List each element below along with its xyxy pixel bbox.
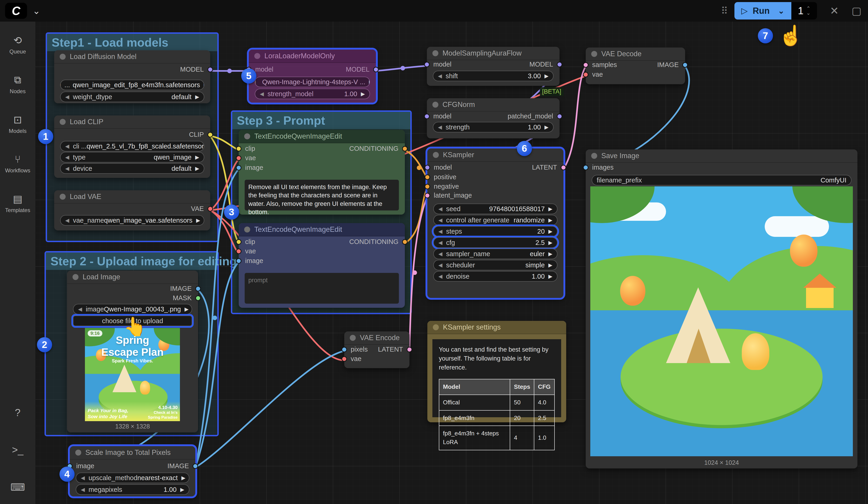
output-port-vae[interactable]: VAE	[191, 205, 213, 213]
node-load-clip[interactable]: Load CLIP CLIP cli ...qwen_2.5_vl_7b_fp8…	[54, 115, 210, 178]
decrement-icon[interactable]: ⌄	[806, 11, 810, 16]
help-icon[interactable]: ?	[15, 407, 20, 419]
input-port-clip[interactable]: clip	[236, 238, 255, 246]
latent-port-dot[interactable]	[561, 165, 566, 170]
run-options-chevron-icon[interactable]: ⌄	[778, 6, 784, 16]
control-after-generate-widget[interactable]: control after generaterandomize	[433, 215, 557, 225]
sidebar-item-templates[interactable]: ▤ Templates	[5, 193, 30, 214]
input-port-positive[interactable]: positive	[425, 173, 456, 181]
latent-port-dot[interactable]	[425, 193, 430, 198]
maximize-icon[interactable]: ▢	[852, 4, 861, 17]
denoise-widget[interactable]: denoise1.00	[433, 271, 557, 281]
node-lora-loader-model-only[interactable]: LoraLoaderModelOnly model MODEL Qwen-Ima…	[249, 50, 376, 103]
output-port-model[interactable]: MODEL	[346, 66, 379, 73]
upscale-method-widget[interactable]: upscale_methodnearest-exact	[76, 473, 189, 483]
model-port-dot[interactable]	[424, 114, 430, 119]
node-text-encode-positive[interactable]: TextEncodeQwenImageEdit clip vae image C…	[239, 130, 405, 215]
node-ksampler-settings-note[interactable]: KSampler settings You can test and find …	[427, 321, 566, 422]
output-port-conditioning[interactable]: CONDITIONING	[349, 238, 407, 246]
conditioning-port-dot[interactable]	[402, 146, 407, 152]
image-file-widget[interactable]: imageQwen-Image_00043_.png	[73, 304, 192, 315]
sidebar-item-workflows[interactable]: ⑂ Workflows	[5, 154, 30, 174]
output-port-image[interactable]: IMAGE	[167, 462, 198, 470]
vae-port-dot[interactable]	[583, 72, 588, 78]
vae-port-dot[interactable]	[207, 206, 213, 212]
output-port-latent[interactable]: LATENT	[378, 346, 412, 353]
node-cfg-norm[interactable]: CFGNorm model patched_model strength1.00	[427, 98, 559, 138]
mask-port-dot[interactable]	[195, 295, 201, 301]
clip-device-widget[interactable]: devicedefault	[60, 163, 204, 174]
sidebar-item-queue[interactable]: ⟲ Queue	[9, 34, 26, 55]
model-port-dot[interactable]	[373, 67, 379, 72]
conditioning-port-dot[interactable]	[425, 184, 430, 189]
clip-port-dot[interactable]	[236, 239, 241, 245]
input-port-negative[interactable]: negative	[425, 183, 459, 190]
sidebar-item-models[interactable]: ⊡ Models	[9, 114, 27, 134]
clip-port-dot[interactable]	[236, 146, 241, 152]
scheduler-widget[interactable]: schedulersimple	[433, 260, 557, 270]
conditioning-port-dot[interactable]	[425, 174, 430, 180]
comfyui-logo[interactable]: C	[5, 3, 27, 19]
output-port-clip[interactable]: CLIP	[189, 131, 213, 138]
model-port-dot[interactable]	[425, 165, 430, 170]
node-model-sampling-aura-flow[interactable]: ModelSamplingAuraFlow model MODEL shift3…	[427, 47, 559, 86]
input-port-vae[interactable]: vae	[583, 71, 603, 78]
strength-widget[interactable]: strength1.00	[433, 122, 554, 132]
node-save-image[interactable]: Save Image images filename_prefixComfyUI…	[586, 150, 857, 469]
output-port-patched-model[interactable]: patched_model	[508, 112, 562, 120]
strength-model-widget[interactable]: strength_model1.00	[255, 89, 370, 99]
sampler-name-widget[interactable]: sampler_nameeuler	[433, 249, 557, 259]
input-port-model[interactable]: model	[425, 164, 452, 171]
model-port-dot[interactable]	[557, 62, 562, 67]
shift-widget[interactable]: shift3.00	[433, 71, 554, 81]
image-port-dot[interactable]	[193, 463, 198, 469]
input-port-image[interactable]: image	[236, 164, 263, 172]
close-icon[interactable]: ✕	[830, 4, 839, 17]
output-port-mask[interactable]: MASK	[173, 294, 201, 302]
output-port-model[interactable]: MODEL	[529, 61, 562, 68]
image-port-dot[interactable]	[236, 165, 241, 171]
clip-name-widget[interactable]: cli ...qwen_2.5_vl_7b_fp8_scaled.safeten…	[60, 141, 204, 152]
input-port-vae[interactable]: vae	[236, 247, 256, 255]
model-port-dot[interactable]	[424, 62, 430, 67]
prompt-input[interactable]: prompt	[245, 273, 399, 304]
drag-handle-icon[interactable]: ⠿	[721, 5, 728, 17]
node-text-encode-negative[interactable]: TextEncodeQwenImageEdit clip vae image C…	[239, 223, 405, 308]
vae-port-dot[interactable]	[236, 249, 241, 254]
output-port-conditioning[interactable]: CONDITIONING	[349, 145, 407, 152]
output-port-model[interactable]: MODEL	[180, 66, 213, 73]
weight-dtype-widget[interactable]: weight_dtypedefault	[60, 92, 204, 102]
megapixels-widget[interactable]: megapixels1.00	[76, 484, 189, 495]
batch-count-stepper[interactable]: 1 ⌃ ⌄	[791, 2, 817, 20]
keyboard-shortcuts-icon[interactable]: ⌨	[10, 481, 25, 493]
run-button[interactable]: ▷ Run ⌄	[734, 2, 791, 20]
image-port-dot[interactable]	[236, 258, 241, 264]
image-port-dot[interactable]	[195, 286, 201, 291]
vae-port-dot[interactable]	[236, 155, 241, 161]
output-port-image[interactable]: IMAGE	[170, 285, 201, 292]
sidebar-item-nodes[interactable]: ⧉ Nodes	[10, 74, 25, 94]
input-port-vae[interactable]: vae	[236, 154, 256, 162]
latent-port-dot[interactable]	[583, 62, 588, 68]
output-port-latent[interactable]: LATENT	[532, 164, 566, 171]
seed-widget[interactable]: seed976480016588017	[433, 204, 557, 214]
input-port-model[interactable]: model	[424, 61, 452, 68]
node-ksampler[interactable]: KSampler model positive negative latent_…	[427, 148, 564, 298]
node-scale-image-to-total-pixels[interactable]: Scale Image to Total Pixels image IMAGE …	[70, 446, 195, 496]
node-load-diffusion-model[interactable]: Load Diffusion Model MODEL ...qwen_image…	[54, 50, 210, 103]
clip-type-widget[interactable]: typeqwen_image	[60, 152, 204, 163]
image-port-dot[interactable]	[583, 165, 588, 170]
node-vae-decode[interactable]: VAE Decode samples vae IMAGE	[586, 48, 685, 84]
model-port-dot[interactable]	[557, 114, 562, 119]
generated-image-preview[interactable]	[590, 186, 853, 456]
input-port-model[interactable]: model	[424, 112, 452, 120]
input-port-latent-image[interactable]: latent_image	[425, 192, 472, 199]
batch-count-value[interactable]: 1	[798, 5, 804, 17]
lora-name-widget[interactable]: Qwen-Image-Lightning-4steps-V ...	[255, 77, 370, 87]
image-port-dot[interactable]	[682, 62, 688, 68]
clip-port-dot[interactable]	[207, 132, 213, 137]
input-port-image[interactable]: image	[236, 257, 263, 265]
prompt-input[interactable]: Remove all UI text elements from the ima…	[245, 180, 399, 210]
filename-prefix-widget[interactable]: filename_prefixComfyUI	[592, 175, 851, 185]
input-port-vae[interactable]: vae	[341, 355, 361, 363]
